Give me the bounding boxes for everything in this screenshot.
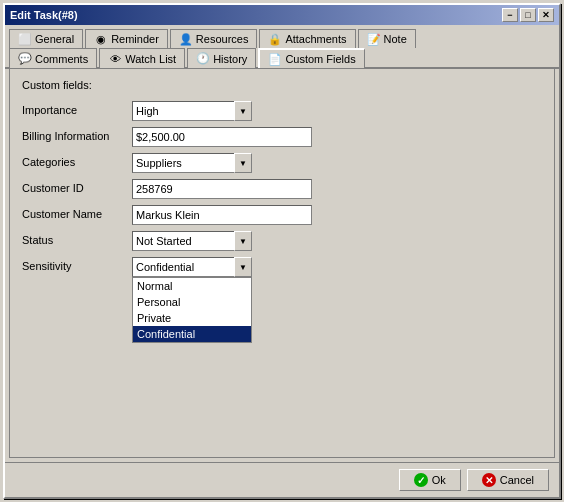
cancel-label: Cancel: [500, 474, 534, 486]
tab-history[interactable]: 🕐 History: [187, 48, 256, 68]
resources-icon: 👤: [179, 32, 193, 46]
importance-select-wrapper: High ▼: [132, 101, 252, 121]
tab-row-2: 💬 Comments 👁 Watch List 🕐 History 📄 Cust…: [5, 47, 559, 69]
sensitivity-select-wrapper: Confidential ▼: [132, 257, 252, 277]
cancel-button[interactable]: ✕ Cancel: [467, 469, 549, 491]
title-bar-buttons: − □ ✕: [502, 8, 554, 22]
sensitivity-label: Sensitivity: [22, 257, 132, 272]
title-bar: Edit Task(#8) − □ ✕: [5, 5, 559, 25]
close-button[interactable]: ✕: [538, 8, 554, 22]
comments-icon: 💬: [18, 52, 32, 66]
tab-attachments[interactable]: 🔒 Attachments: [259, 29, 355, 48]
ok-label: Ok: [432, 474, 446, 486]
window-title: Edit Task(#8): [10, 9, 78, 21]
watchlist-icon: 👁: [108, 52, 122, 66]
tab-note-label: Note: [384, 33, 407, 45]
status-dropdown-arrow[interactable]: ▼: [234, 231, 252, 251]
tab-history-label: History: [213, 53, 247, 65]
sensitivity-option-confidential[interactable]: Confidential: [133, 326, 251, 342]
general-icon: ⬜: [18, 32, 32, 46]
tab-general-label: General: [35, 33, 74, 45]
cancel-icon: ✕: [482, 473, 496, 487]
reminder-icon: ◉: [94, 32, 108, 46]
billing-input[interactable]: [132, 127, 312, 147]
customer-id-input[interactable]: [132, 179, 312, 199]
sensitivity-dropdown-container: Confidential ▼ Normal Personal Private C…: [132, 257, 542, 277]
billing-label: Billing Information: [22, 127, 132, 142]
customer-name-input[interactable]: [132, 205, 312, 225]
tab-comments[interactable]: 💬 Comments: [9, 48, 97, 68]
tab-custom-fields[interactable]: 📄 Custom Fields: [258, 48, 364, 68]
tab-comments-label: Comments: [35, 53, 88, 65]
tab-row-1: ⬜ General ◉ Reminder 👤 Resources 🔒 Attac…: [5, 25, 559, 47]
content-area: Custom fields: Importance High ▼ Billing…: [9, 69, 555, 458]
importance-label: Importance: [22, 101, 132, 116]
tab-watchlist[interactable]: 👁 Watch List: [99, 48, 185, 68]
form-grid: Importance High ▼ Billing Information Ca…: [22, 101, 542, 277]
status-select-wrapper: Not Started ▼: [132, 231, 252, 251]
sensitivity-dropdown: Normal Personal Private Confidential: [132, 277, 252, 343]
sensitivity-option-personal[interactable]: Personal: [133, 294, 251, 310]
main-window: Edit Task(#8) − □ ✕ ⬜ General ◉ Reminder…: [3, 3, 561, 499]
importance-dropdown-arrow[interactable]: ▼: [234, 101, 252, 121]
categories-dropdown-arrow[interactable]: ▼: [234, 153, 252, 173]
categories-select-wrapper: Suppliers ▼: [132, 153, 252, 173]
sensitivity-option-private[interactable]: Private: [133, 310, 251, 326]
tab-custom-fields-label: Custom Fields: [285, 53, 355, 65]
history-icon: 🕐: [196, 52, 210, 66]
tab-note[interactable]: 📝 Note: [358, 29, 416, 48]
tab-attachments-label: Attachments: [285, 33, 346, 45]
attachments-icon: 🔒: [268, 32, 282, 46]
ok-button[interactable]: ✓ Ok: [399, 469, 461, 491]
minimize-button[interactable]: −: [502, 8, 518, 22]
note-icon: 📝: [367, 32, 381, 46]
custom-fields-icon: 📄: [268, 52, 282, 66]
tab-resources[interactable]: 👤 Resources: [170, 29, 258, 48]
tab-general[interactable]: ⬜ General: [9, 29, 83, 48]
tab-watchlist-label: Watch List: [125, 53, 176, 65]
customer-id-label: Customer ID: [22, 179, 132, 194]
section-label: Custom fields:: [22, 79, 542, 91]
tab-reminder-label: Reminder: [111, 33, 159, 45]
sensitivity-option-normal[interactable]: Normal: [133, 278, 251, 294]
tab-reminder[interactable]: ◉ Reminder: [85, 29, 168, 48]
bottom-bar: ✓ Ok ✕ Cancel: [5, 462, 559, 497]
categories-label: Categories: [22, 153, 132, 168]
status-label: Status: [22, 231, 132, 246]
tab-resources-label: Resources: [196, 33, 249, 45]
sensitivity-dropdown-arrow[interactable]: ▼: [234, 257, 252, 277]
ok-icon: ✓: [414, 473, 428, 487]
maximize-button[interactable]: □: [520, 8, 536, 22]
customer-name-label: Customer Name: [22, 205, 132, 220]
